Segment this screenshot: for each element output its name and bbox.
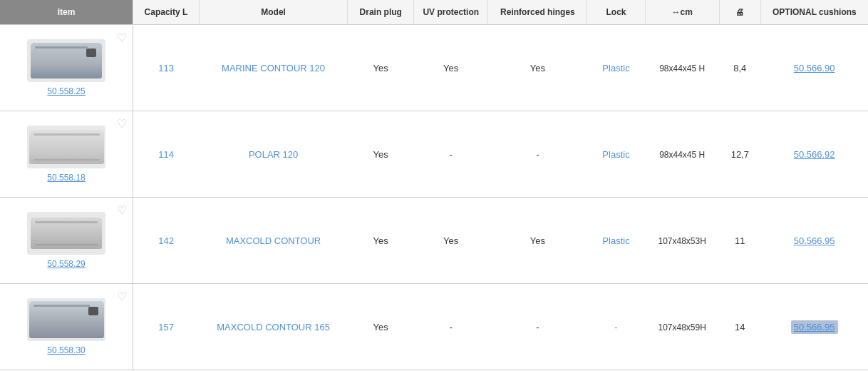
capacity-cell: 114	[133, 111, 200, 198]
capacity-value: 113	[158, 63, 174, 73]
drain-value: Yes	[373, 63, 388, 73]
uv-value: -	[450, 149, 453, 160]
hinges-value: Yes	[530, 235, 545, 246]
dimensions-cell: 107x48x59H	[645, 284, 719, 370]
hinges-value: Yes	[530, 63, 545, 73]
optional-link[interactable]: 50.566.95	[794, 235, 835, 246]
item-code-link[interactable]: 50.558.30	[47, 345, 85, 355]
weight-cell: 12,7	[719, 111, 760, 198]
uv-cell: -	[414, 284, 488, 370]
table-row: ♡ 50.558.29 142 MAXCOLD CONTOUR Yes Yes …	[0, 198, 868, 284]
weight-cell: 14	[719, 284, 760, 370]
uv-value: -	[450, 322, 453, 332]
weight-cell: 11	[719, 198, 760, 284]
table-row: ♡ 50.558.18 114 POLAR 120 Yes - - Plasti…	[0, 111, 868, 198]
drain-value: Yes	[373, 149, 388, 160]
uv-value: Yes	[443, 235, 458, 246]
model-cell: MARINE CONTOUR 120	[199, 25, 348, 111]
capacity-cell: 113	[133, 25, 200, 111]
hinges-cell: Yes	[488, 198, 587, 284]
weight-value: 11	[735, 235, 745, 246]
header-print: 🖨	[719, 0, 760, 25]
lock-cell: Plastic	[587, 198, 645, 284]
optional-cell: 50.566.92	[760, 111, 868, 198]
capacity-value: 114	[158, 149, 174, 160]
uv-value: Yes	[443, 63, 458, 73]
optional-cell: 50.566.95	[760, 284, 868, 370]
header-uv: UV protection	[414, 0, 488, 25]
header-model: Model	[199, 0, 348, 25]
lock-cell: -	[587, 284, 645, 370]
model-cell: POLAR 120	[199, 111, 348, 198]
hinges-cell: Yes	[488, 25, 587, 111]
lock-value: -	[614, 322, 617, 332]
dimensions-value: 98x44x45 H	[659, 63, 705, 73]
weight-value: 12,7	[731, 149, 749, 160]
model-cell: MAXCOLD CONTOUR 165	[199, 284, 348, 370]
drain-cell: Yes	[348, 111, 414, 198]
hinges-value: -	[536, 322, 539, 332]
drain-value: Yes	[373, 235, 388, 246]
drain-cell: Yes	[348, 198, 414, 284]
header-drain: Drain plug	[348, 0, 414, 25]
capacity-value: 142	[158, 235, 174, 246]
hinges-cell: -	[488, 111, 587, 198]
header-item: Item	[0, 0, 133, 25]
hinges-cell: -	[488, 284, 587, 370]
optional-link[interactable]: 50.566.92	[794, 149, 835, 160]
wishlist-button[interactable]: ♡	[117, 205, 127, 216]
dimensions-cell: 98x44x45 H	[645, 25, 719, 111]
optional-cell: 50.566.90	[760, 25, 868, 111]
lock-value: Plastic	[602, 63, 629, 73]
dimensions-cell: 98x44x45 H	[645, 111, 719, 198]
lock-value: Plastic	[602, 149, 629, 160]
dimensions-cell: 107x48x53H	[645, 198, 719, 284]
drain-value: Yes	[373, 322, 388, 332]
drain-cell: Yes	[348, 284, 414, 370]
hinges-value: -	[536, 149, 539, 160]
lock-cell: Plastic	[587, 25, 645, 111]
weight-value: 8,4	[733, 63, 746, 73]
optional-link[interactable]: 50.566.95	[791, 320, 838, 334]
wishlist-button[interactable]: ♡	[117, 291, 127, 303]
model-link[interactable]: MAXCOLD CONTOUR	[226, 235, 321, 246]
table-row: ♡ 50.558.30 157 MAXCOLD CONTOUR 165 Yes …	[0, 284, 868, 370]
weight-value: 14	[735, 322, 745, 332]
optional-link[interactable]: 50.566.90	[794, 63, 835, 73]
header-hinges: Reinforced hinges	[488, 0, 587, 25]
product-table: Item Capacity L Model Drain plug UV prot…	[0, 0, 868, 370]
item-cell-1: ♡ 50.558.18	[0, 111, 133, 198]
item-code-link[interactable]: 50.558.29	[47, 259, 85, 269]
weight-cell: 8,4	[719, 25, 760, 111]
lock-cell: Plastic	[587, 111, 645, 198]
item-code-link[interactable]: 50.558.25	[47, 86, 85, 96]
item-code-link[interactable]: 50.558.18	[47, 173, 85, 183]
lock-value: Plastic	[602, 235, 629, 246]
model-link[interactable]: POLAR 120	[249, 149, 298, 160]
optional-cell: 50.566.95	[760, 198, 868, 284]
table-row: ♡ 50.558.25 113 MARINE CONTOUR 120 Yes Y…	[0, 25, 868, 111]
uv-cell: -	[414, 111, 488, 198]
model-cell: MAXCOLD CONTOUR	[199, 198, 348, 284]
capacity-cell: 142	[133, 198, 200, 284]
item-cell-0: ♡ 50.558.25	[0, 25, 133, 111]
wishlist-button[interactable]: ♡	[117, 32, 127, 44]
capacity-cell: 157	[133, 284, 200, 370]
header-capacity: Capacity L	[133, 0, 200, 25]
model-link[interactable]: MARINE CONTOUR 120	[222, 63, 325, 73]
header-dimensions: ↔cm	[645, 0, 719, 25]
uv-cell: Yes	[414, 198, 488, 284]
item-cell-3: ♡ 50.558.30	[0, 284, 133, 370]
header-lock: Lock	[587, 0, 645, 25]
dimensions-value: 107x48x53H	[658, 236, 706, 246]
drain-cell: Yes	[348, 25, 414, 111]
dimensions-value: 107x48x59H	[658, 322, 706, 332]
dimensions-value: 98x44x45 H	[659, 150, 705, 160]
product-table-wrapper: Item Capacity L Model Drain plug UV prot…	[0, 0, 868, 370]
item-cell-2: ♡ 50.558.29	[0, 198, 133, 284]
header-optional: OPTIONAL cushions	[760, 0, 868, 25]
model-link[interactable]: MAXCOLD CONTOUR 165	[217, 322, 330, 332]
capacity-value: 157	[158, 322, 174, 332]
uv-cell: Yes	[414, 25, 488, 111]
wishlist-button[interactable]: ♡	[117, 118, 127, 130]
